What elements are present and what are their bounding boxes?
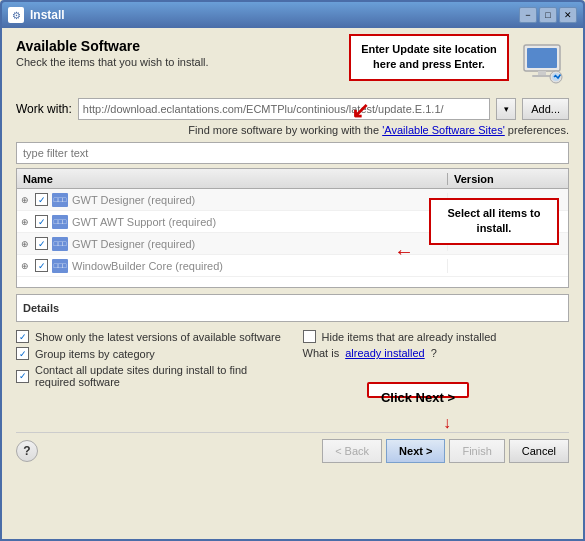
group-by-category-checkbox[interactable]: ✓ [16, 347, 29, 360]
svg-rect-2 [538, 71, 546, 75]
callout-area: Click Next > ↓ [16, 392, 569, 422]
item-name: GWT Designer (required) [72, 194, 195, 206]
help-button[interactable]: ? [16, 440, 38, 462]
header-section: Available Software Check the items that … [16, 38, 569, 88]
what-is-installed-row: What is already installed ? [303, 347, 570, 359]
select-arrow-icon: ← [394, 240, 414, 263]
window-title: Install [30, 8, 519, 22]
install-window: ⚙ Install − □ ✕ Available Software Check… [0, 0, 585, 541]
click-next-arrow-icon: ↓ [443, 414, 451, 432]
details-label: Details [23, 302, 59, 314]
expand-icon[interactable]: ⊕ [21, 261, 31, 271]
expand-icon[interactable]: ⊕ [21, 217, 31, 227]
next-button[interactable]: Next > [386, 439, 445, 463]
maximize-button[interactable]: □ [539, 7, 557, 23]
enter-url-callout: Enter Update site location here and pres… [349, 34, 509, 81]
work-with-label: Work with: [16, 102, 72, 116]
option-row: ✓ Group items by category [16, 347, 283, 360]
content-area: Available Software Check the items that … [2, 28, 583, 539]
contact-update-sites-label: Contact all update sites during install … [35, 364, 283, 388]
item-icon: □□□ [52, 237, 68, 251]
item-name: GWT AWT Support (required) [72, 216, 216, 228]
what-is-suffix: ? [431, 347, 437, 359]
url-dropdown-button[interactable]: ▾ [496, 98, 516, 120]
work-with-row: Work with: ▾ Add... [16, 98, 569, 120]
what-is-text: What is [303, 347, 340, 359]
item-name: WindowBuilder Core (required) [72, 260, 223, 272]
url-input[interactable] [78, 98, 490, 120]
svg-rect-1 [527, 48, 557, 68]
item-checkbox[interactable]: ✓ [35, 259, 48, 272]
options-section: ✓ Show only the latest versions of avail… [16, 330, 569, 388]
computer-icon [519, 38, 569, 88]
title-bar-controls: − □ ✕ [519, 7, 577, 23]
item-checkbox[interactable]: ✓ [35, 215, 48, 228]
item-icon: □□□ [52, 193, 68, 207]
option-row: Hide items that are already installed [303, 330, 570, 343]
finish-button[interactable]: Finish [449, 439, 504, 463]
bottom-bar: ? < Back Next > Finish Cancel [16, 432, 569, 463]
expand-icon[interactable]: ⊕ [21, 239, 31, 249]
title-bar: ⚙ Install − □ ✕ [2, 2, 583, 28]
available-software-sites-link[interactable]: 'Available Software Sites' [382, 124, 505, 136]
show-latest-label: Show only the latest versions of availab… [35, 331, 281, 343]
contact-update-sites-checkbox[interactable]: ✓ [16, 370, 29, 383]
back-button[interactable]: < Back [322, 439, 382, 463]
table-header: Name Version [17, 169, 568, 189]
find-more-text: Find more software by working with the '… [16, 124, 569, 136]
minimize-button[interactable]: − [519, 7, 537, 23]
show-latest-checkbox[interactable]: ✓ [16, 330, 29, 343]
hide-installed-label: Hide items that are already installed [322, 331, 497, 343]
close-button[interactable]: ✕ [559, 7, 577, 23]
add-button[interactable]: Add... [522, 98, 569, 120]
version-column-header: Version [448, 173, 568, 185]
already-installed-link[interactable]: already installed [345, 347, 425, 359]
item-icon: □□□ [52, 215, 68, 229]
item-icon: □□□ [52, 259, 68, 273]
select-all-callout: Select all items to install. [429, 198, 559, 245]
click-next-callout: Click Next > [367, 382, 469, 398]
group-by-category-label: Group items by category [35, 348, 155, 360]
expand-icon[interactable]: ⊕ [21, 195, 31, 205]
software-table-container: Name Version ⊕ ✓ □□□ GWT Designer (requi… [16, 168, 569, 288]
cancel-button[interactable]: Cancel [509, 439, 569, 463]
item-checkbox[interactable]: ✓ [35, 193, 48, 206]
item-checkbox[interactable]: ✓ [35, 237, 48, 250]
options-left: ✓ Show only the latest versions of avail… [16, 330, 283, 388]
item-name: GWT Designer (required) [72, 238, 195, 250]
callout-arrow-icon: ↙ [351, 98, 369, 124]
options-right: Hide items that are already installed Wh… [303, 330, 570, 388]
hide-installed-checkbox[interactable] [303, 330, 316, 343]
svg-rect-3 [532, 75, 552, 77]
option-row: ✓ Contact all update sites during instal… [16, 364, 283, 388]
filter-input[interactable] [16, 142, 569, 164]
option-row: ✓ Show only the latest versions of avail… [16, 330, 283, 343]
details-section: Details [16, 294, 569, 322]
name-column-header: Name [17, 173, 448, 185]
title-bar-icon: ⚙ [8, 7, 24, 23]
table-row[interactable]: ⊕ ✓ □□□ WindowBuilder Core (required) [17, 255, 568, 277]
